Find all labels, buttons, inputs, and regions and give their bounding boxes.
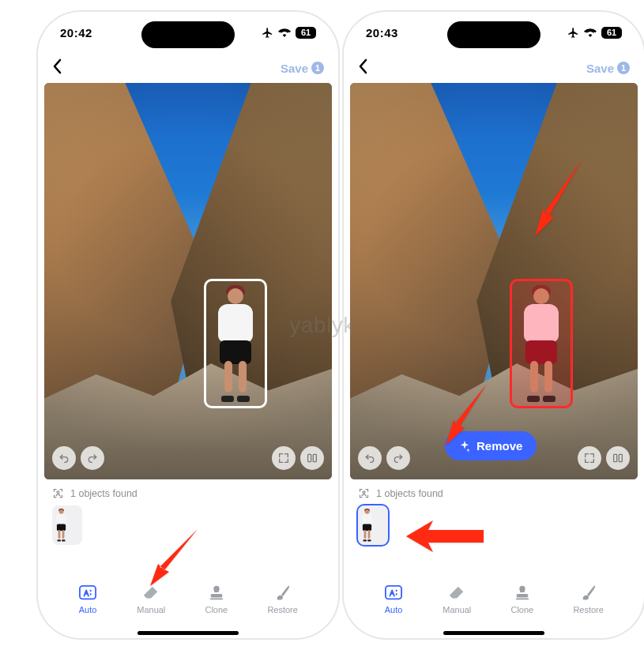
svg-rect-5 <box>210 598 224 599</box>
svg-point-2 <box>57 491 59 494</box>
thumbnail-row <box>38 502 338 545</box>
tab-clone[interactable]: Clone <box>510 584 533 614</box>
phone-left: 20:42 61 Save 1 <box>38 12 338 638</box>
expand-button[interactable] <box>578 446 601 470</box>
detect-icon <box>358 487 370 499</box>
compare-button[interactable] <box>606 446 630 470</box>
remove-button[interactable]: Remove <box>445 431 537 460</box>
chevron-left-icon <box>52 58 63 74</box>
status-time: 20:42 <box>60 26 92 39</box>
svg-rect-4 <box>211 594 223 598</box>
tab-clone-label: Clone <box>205 605 228 614</box>
dynamic-island <box>447 21 540 48</box>
phone-right: 20:43 61 Save 1 <box>344 12 644 638</box>
objects-found-label: 1 objects found <box>70 488 137 499</box>
objects-found-row: 1 objects found <box>38 479 338 502</box>
home-indicator[interactable] <box>137 631 239 635</box>
save-count-badge: 1 <box>311 62 324 74</box>
status-time: 20:43 <box>366 26 398 39</box>
svg-point-8 <box>363 491 365 494</box>
brush-icon <box>273 584 292 602</box>
objects-found-label: 1 objects found <box>376 488 443 499</box>
undo-button[interactable] <box>358 446 382 470</box>
undo-icon <box>58 452 70 464</box>
stamp-icon <box>207 584 226 602</box>
airplane-icon <box>262 27 273 39</box>
remove-label: Remove <box>476 439 522 453</box>
undo-button[interactable] <box>52 446 76 470</box>
auto-icon <box>384 584 403 602</box>
sparkle-icon <box>459 441 470 452</box>
save-label: Save <box>281 62 308 75</box>
tab-clone-label: Clone <box>510 605 533 614</box>
compare-icon <box>306 452 318 464</box>
back-button[interactable] <box>358 58 369 77</box>
tool-tabbar: Auto Manual Clone Restore <box>344 584 644 629</box>
battery-indicator: 61 <box>601 27 622 39</box>
brush-icon <box>579 584 598 602</box>
objects-found-row: 1 objects found <box>344 479 644 502</box>
status-bar: 20:42 61 <box>38 12 338 53</box>
dynamic-island <box>141 21 235 48</box>
tab-restore[interactable]: Restore <box>267 584 298 614</box>
compare-icon <box>612 452 624 464</box>
tab-restore-label: Restore <box>573 605 604 614</box>
svg-rect-0 <box>308 454 311 461</box>
save-button[interactable]: Save 1 <box>281 62 324 75</box>
stamp-icon <box>513 584 532 602</box>
svg-rect-10 <box>517 594 529 598</box>
detection-box-selected[interactable] <box>510 279 573 408</box>
eraser-icon <box>447 584 466 602</box>
svg-rect-6 <box>614 454 617 461</box>
tab-restore-label: Restore <box>267 605 298 614</box>
expand-icon <box>583 452 596 464</box>
back-button[interactable] <box>52 58 63 77</box>
eraser-icon <box>141 584 160 602</box>
tab-manual[interactable]: Manual <box>137 584 165 614</box>
redo-icon <box>392 452 405 464</box>
image-canvas[interactable] <box>44 83 332 479</box>
comparison-stage: 20:42 61 Save 1 <box>0 0 644 650</box>
svg-rect-7 <box>619 454 622 461</box>
chevron-left-icon <box>358 58 369 74</box>
status-bar: 20:43 61 <box>344 12 644 53</box>
thumbnail-row <box>344 502 644 545</box>
object-thumbnail-selected[interactable] <box>358 505 388 545</box>
tab-clone[interactable]: Clone <box>205 584 228 614</box>
status-icons: 61 <box>567 27 622 39</box>
undo-icon <box>363 452 376 464</box>
svg-rect-11 <box>516 598 529 599</box>
tab-manual-label: Manual <box>137 605 165 614</box>
detection-box[interactable] <box>204 279 267 408</box>
auto-icon <box>78 584 97 602</box>
tab-auto-label: Auto <box>79 605 97 614</box>
tab-manual-label: Manual <box>443 605 471 614</box>
tool-tabbar: Auto Manual Clone Restore <box>38 584 338 629</box>
photo-shade <box>44 83 332 479</box>
wifi-icon <box>278 28 291 37</box>
expand-button[interactable] <box>272 446 296 470</box>
status-icons: 61 <box>262 27 316 39</box>
nav-bar: Save 1 <box>344 53 644 83</box>
redo-button[interactable] <box>386 446 410 470</box>
svg-rect-1 <box>313 454 316 461</box>
home-indicator[interactable] <box>443 631 544 635</box>
image-canvas[interactable]: Remove <box>350 83 638 479</box>
save-button[interactable]: Save 1 <box>586 62 630 75</box>
wifi-icon <box>584 28 597 37</box>
detect-icon <box>52 487 64 499</box>
tab-auto[interactable]: Auto <box>78 584 97 614</box>
compare-button[interactable] <box>300 446 324 470</box>
tab-manual[interactable]: Manual <box>443 584 471 614</box>
airplane-icon <box>567 27 579 39</box>
nav-bar: Save 1 <box>38 53 338 83</box>
tab-restore[interactable]: Restore <box>573 584 604 614</box>
redo-icon <box>86 452 99 464</box>
tab-auto[interactable]: Auto <box>384 584 403 614</box>
redo-button[interactable] <box>81 446 104 470</box>
object-thumbnail[interactable] <box>52 505 82 545</box>
expand-icon <box>277 452 290 464</box>
save-label: Save <box>586 62 614 75</box>
battery-indicator: 61 <box>296 27 316 39</box>
save-count-badge: 1 <box>617 62 630 74</box>
